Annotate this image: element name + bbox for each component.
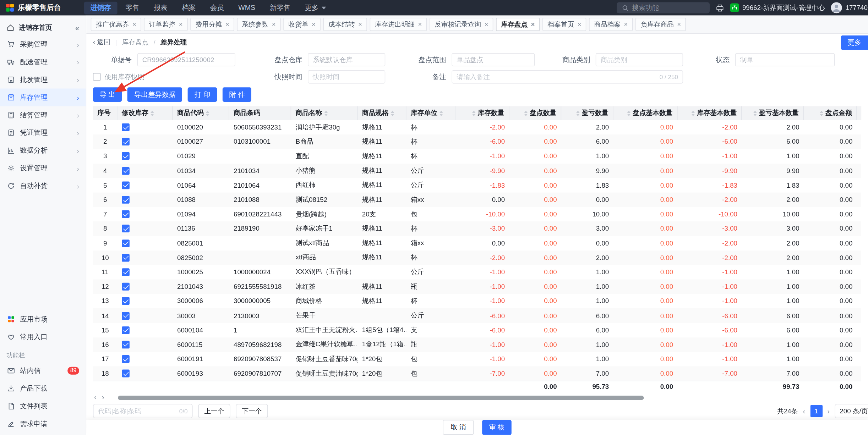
nav-item-更多[interactable]: 更多 (299, 1, 332, 14)
page-prev-icon[interactable]: ‹ (803, 407, 805, 415)
row-checkbox[interactable] (122, 268, 130, 276)
tab-库存进出明细[interactable]: 库存进出明细× (370, 18, 427, 31)
table-row[interactable]: 8011362189190好享家冻干1规格11杯-3.000.003.000.0… (93, 221, 861, 236)
row-checkbox[interactable] (122, 283, 130, 291)
table-row[interactable]: 1560001041双汇王中王无淀粉火…1组5包（1箱4…支-6.000.006… (93, 323, 861, 337)
column-header-商品规格[interactable]: 商品规格 (357, 106, 406, 120)
nav-item-档案[interactable]: 档案 (176, 1, 202, 14)
table-row[interactable]: 5010642101064西红柿规格11公斤-1.830.001.830.00-… (93, 178, 861, 193)
sidebar-item-凭证管理[interactable]: 凭证管理› (0, 124, 86, 142)
sort-icon[interactable] (753, 110, 757, 116)
close-icon[interactable]: × (225, 21, 229, 28)
nav-item-进销存[interactable]: 进销存 (84, 1, 117, 14)
table-row[interactable]: 7010946901028221443贵烟(跨越)20支包-10.000.001… (93, 207, 861, 221)
tab-负库存商品[interactable]: 负库存商品× (635, 18, 686, 31)
column-header-库存基本数量[interactable]: 库存基本数量 (678, 106, 742, 120)
next-button[interactable]: 下一个 (236, 404, 268, 418)
column-header-商品代码[interactable]: 商品代码 (173, 106, 229, 120)
row-locate-input[interactable]: 代码|名称|条码 0/0 (93, 404, 193, 418)
sidebar-item-采购管理[interactable]: 采购管理› (0, 35, 86, 53)
snapshot-time-input[interactable]: 快照时间 (308, 70, 385, 83)
row-checkbox[interactable] (122, 254, 130, 261)
export-diff-button[interactable]: 导出差异数据 (127, 87, 182, 102)
table-row[interactable]: 1221010436921555581918冰红茶规格11瓶-1.000.001… (93, 280, 861, 294)
sidebar-item-需求申请[interactable]: 需求申请 (0, 415, 86, 433)
row-checkbox[interactable] (122, 138, 130, 146)
app-logo[interactable]: 乐檬零售后台 (6, 3, 84, 13)
previous-button[interactable]: 上一个 (198, 404, 230, 418)
column-header-盘点基本数量[interactable]: 盘点基本数量 (613, 106, 678, 120)
row-checkbox[interactable] (122, 312, 130, 320)
sort-icon[interactable] (820, 110, 823, 116)
column-header-盈亏数量[interactable]: 盈亏数量 (561, 106, 613, 120)
scope-input[interactable]: 单品盘点 (452, 53, 535, 66)
export-button[interactable]: 导 出 (93, 87, 122, 102)
tab-订单监控[interactable]: 订单监控× (144, 18, 187, 31)
sidebar-item-数据分析[interactable]: 数据分析› (0, 142, 86, 159)
column-header-库存数量[interactable]: 库存数量 (456, 106, 509, 120)
audit-button[interactable]: 审 核 (482, 420, 511, 435)
tab-成本结转[interactable]: 成本结转× (323, 18, 367, 31)
column-header-库存单位[interactable]: 库存单位 (406, 106, 456, 120)
row-checkbox[interactable] (122, 153, 130, 160)
use-snapshot-checkbox[interactable] (93, 73, 101, 81)
nav-item-报表[interactable]: 报表 (148, 1, 174, 14)
column-header-修改库存[interactable]: 修改库存 (118, 106, 173, 120)
table-row[interactable]: 1660001154897059682198金津维C果汁软糖草…1盒12瓶（1箱… (93, 337, 861, 352)
row-checkbox[interactable] (122, 196, 130, 204)
cancel-button[interactable]: 取 消 (443, 420, 474, 435)
scroll-right-icon[interactable]: › (102, 393, 104, 401)
column-header-商品名称[interactable]: 商品名称 (291, 106, 357, 120)
sidebar-item-批发管理[interactable]: 批发管理› (0, 71, 86, 89)
sidebar-item-自动补货[interactable]: 自动补货› (0, 177, 86, 195)
category-input[interactable]: 商品类别 (596, 53, 683, 66)
column-header-盘点金额[interactable]: 盘点金额 (804, 106, 857, 120)
back-button[interactable]: ‹ 返回 (93, 37, 110, 47)
attachment-button[interactable]: 附 件 (223, 87, 252, 102)
row-checkbox[interactable] (122, 326, 130, 334)
breadcrumb-parent[interactable]: 库存盘点 (122, 37, 149, 47)
printer-icon[interactable] (716, 4, 724, 12)
tab-反审核记录查询[interactable]: 反审核记录查询× (430, 18, 493, 31)
table-row[interactable]: 90825001测试xtf商品规格11箱xx0.000.000.000.00-2… (93, 236, 861, 250)
doc-no-input[interactable]: CR99662992511250002 (137, 53, 235, 66)
sidebar-item-设置管理[interactable]: 设置管理› (0, 159, 86, 177)
sidebar-item-站内信[interactable]: 站内信89 (0, 362, 86, 380)
row-checkbox[interactable] (122, 341, 130, 348)
table-row[interactable]: 1860001936920907810707促销呀土豆黄油味70g1*20包包-… (93, 367, 861, 381)
nav-item-WMS[interactable]: WMS (232, 1, 261, 14)
sort-icon[interactable] (576, 110, 579, 116)
global-search-input[interactable]: 搜索功能 (617, 2, 710, 13)
sidebar-item-文件列表[interactable]: 文件列表 (0, 397, 86, 415)
tab-收货单[interactable]: 收货单× (283, 18, 320, 31)
sidebar-item-应用市场[interactable]: 应用市场 (0, 310, 86, 328)
row-checkbox[interactable] (122, 355, 130, 363)
sidebar-item-结算管理[interactable]: 结算管理› (0, 106, 86, 124)
tabs-more-button[interactable]: 更多 (841, 35, 868, 50)
tab-商品档案[interactable]: 商品档案× (589, 18, 633, 31)
tenant-info[interactable]: 99662-新界面测试-管理中心 (730, 3, 825, 13)
tab-档案首页[interactable]: 档案首页× (542, 18, 586, 31)
close-icon[interactable]: × (272, 21, 276, 28)
table-row[interactable]: 4010342101034小猪熊规格11公斤-9.900.009.900.00-… (93, 164, 861, 178)
table-row[interactable]: 6010882101088测试08152规格11箱xx0.000.000.000… (93, 193, 861, 207)
page-size-select[interactable]: 200 条/页 (835, 404, 868, 418)
nav-item-会员[interactable]: 会员 (204, 1, 230, 14)
table-row[interactable]: 14300032130003芒果干公斤-6.000.006.000.00-6.0… (93, 308, 861, 323)
sidebar-item-常用入口[interactable]: 常用入口 (0, 328, 86, 346)
tab-费用分摊[interactable]: 费用分摊× (190, 18, 234, 31)
sort-icon[interactable] (391, 110, 394, 116)
table-row[interactable]: 1110000251000000024XXX锅巴（五香味）公斤-1.000.00… (93, 265, 861, 280)
tab-库存盘点[interactable]: 库存盘点× (496, 18, 540, 31)
table-row[interactable]: 100825002xtf商品规格11杯-2.000.002.000.00-2.0… (93, 250, 861, 265)
sidebar-item-home[interactable]: 进销存首页 « (0, 20, 86, 35)
sort-icon[interactable] (524, 110, 528, 116)
tab-系统参数[interactable]: 系统参数× (237, 18, 280, 31)
scroll-left-icon[interactable]: ‹ (94, 393, 97, 401)
table-row[interactable]: 101000205060550393231润培护手霜30g规格11杯-2.000… (93, 120, 861, 134)
row-checkbox[interactable] (122, 210, 130, 218)
sort-icon[interactable] (206, 110, 209, 116)
page-next-icon[interactable]: › (828, 407, 830, 415)
print-button[interactable]: 打 印 (188, 87, 217, 102)
row-checkbox[interactable] (122, 370, 130, 378)
